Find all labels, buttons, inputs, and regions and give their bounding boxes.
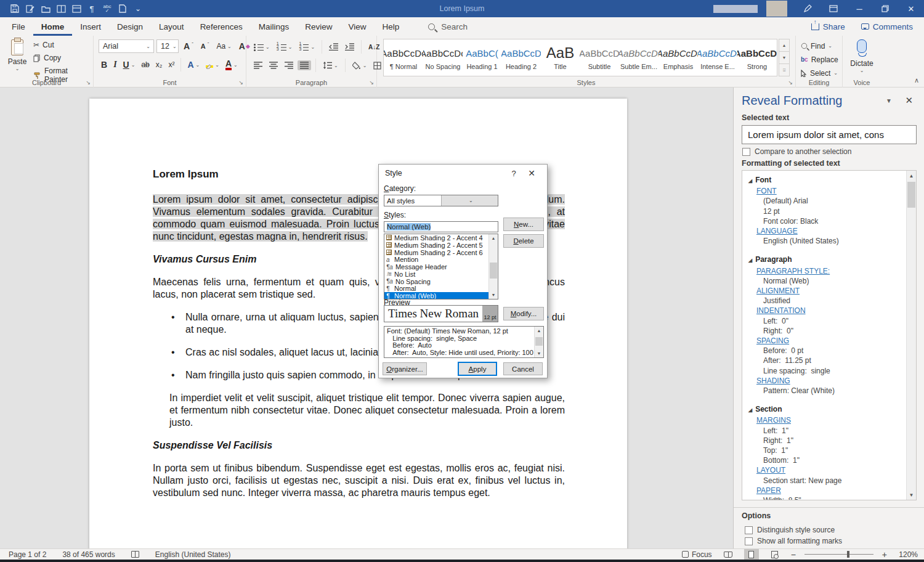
shrink-font-button[interactable]: Aˇ xyxy=(198,41,212,51)
tab-file[interactable]: File xyxy=(4,17,33,36)
style-strong[interactable]: AaBbCcDtStrong xyxy=(737,39,777,76)
avatar[interactable] xyxy=(766,1,787,17)
distinguish-style-source-checkbox[interactable]: Distinguish style source xyxy=(745,526,835,534)
tab-insert[interactable]: Insert xyxy=(72,17,109,36)
pilcrow-icon[interactable]: ¶ xyxy=(87,4,97,14)
layout-link[interactable]: LAYOUT xyxy=(747,465,904,475)
zoom-level[interactable]: 120% xyxy=(896,550,918,559)
style-list-item[interactable]: aMention xyxy=(384,256,488,263)
scroll-down-icon[interactable]: ▼ xyxy=(535,349,543,357)
doc-heading-suspendisse[interactable]: Suspendisse Vel Facilisis xyxy=(153,439,565,452)
ink-pen-icon[interactable] xyxy=(795,0,821,17)
formatting-scrollbar[interactable]: ▲ ▼ xyxy=(906,171,916,500)
focus-mode-button[interactable]: Focus xyxy=(682,550,712,559)
highlight-button[interactable]: ⌄ xyxy=(203,61,222,69)
style-list-item[interactable]: ¶Normal xyxy=(384,285,488,293)
proofing-status-icon[interactable] xyxy=(131,551,139,558)
new-document-icon[interactable] xyxy=(118,4,128,14)
word-count[interactable]: 38 of 465 words xyxy=(62,550,115,559)
close-button[interactable]: ✕ xyxy=(898,0,924,17)
indentation-link[interactable]: INDENTATION xyxy=(747,306,904,316)
paragraph-section-header[interactable]: ◢Paragraph xyxy=(747,255,904,266)
section-section-header[interactable]: ◢Section xyxy=(747,404,904,415)
comments-button[interactable]: Comments xyxy=(861,22,913,31)
dialog-help-icon[interactable]: ? xyxy=(505,169,522,178)
tab-layout[interactable]: Layout xyxy=(151,17,192,36)
open-folder-icon[interactable] xyxy=(41,4,51,14)
gallery-scroll-up-icon[interactable]: ▲ xyxy=(779,39,790,52)
description-scrollbar[interactable]: ▲ ▼ xyxy=(534,327,543,357)
paragraph-style-link[interactable]: PARAGRAPH STYLE: xyxy=(747,266,904,276)
line-spacing-button[interactable]: ⌄ xyxy=(320,60,341,70)
zoom-slider[interactable] xyxy=(804,554,873,555)
compare-selection-checkbox[interactable]: Compare to another selection xyxy=(742,147,851,156)
minimize-button[interactable]: ─ xyxy=(846,0,872,17)
style-list-item[interactable]: Medium Shading 2 - Accent 6 xyxy=(384,249,488,256)
modify-style-button[interactable]: Modify... xyxy=(503,307,544,320)
styles-dialog-launcher-icon[interactable]: ↘ xyxy=(788,79,793,86)
show-all-formatting-marks-checkbox[interactable]: Show all formatting marks xyxy=(745,537,842,545)
tab-references[interactable]: References xyxy=(192,17,251,36)
style-intense-emphasis[interactable]: AaBbCcDtIntense E... xyxy=(698,39,737,76)
scrollbar-thumb[interactable] xyxy=(535,337,543,346)
language-link[interactable]: LANGUAGE xyxy=(747,226,904,236)
style-list-item[interactable]: Medium Shading 2 - Accent 5 xyxy=(384,242,488,249)
increase-indent-button[interactable] xyxy=(342,42,357,52)
style-list-item[interactable]: ¶aNo Spacing xyxy=(384,278,488,285)
tab-design[interactable]: Design xyxy=(109,17,151,36)
style-list-item[interactable]: ⁝≡No List xyxy=(384,271,488,278)
pane-menu-arrow-icon[interactable]: ▼ xyxy=(886,97,892,104)
underline-button[interactable]: U⌄ xyxy=(121,59,138,71)
shading-button[interactable]: ⌄ xyxy=(350,60,370,71)
dialog-close-icon[interactable]: ✕ xyxy=(522,168,541,178)
font-link[interactable]: FONT xyxy=(747,186,904,196)
gallery-scroll-down-icon[interactable]: ▼ xyxy=(779,52,790,64)
style-subtle-emphasis[interactable]: AaBbCcDtSubtle Em... xyxy=(619,39,659,76)
cut-button[interactable]: ✂Cut xyxy=(33,41,54,49)
change-case-button[interactable]: Aa⌄ xyxy=(214,41,233,52)
numbering-button[interactable]: ⌄ xyxy=(274,42,295,52)
style-heading-1[interactable]: AaBbC(Heading 1 xyxy=(463,39,501,76)
subscript-button[interactable]: x₂ xyxy=(153,59,165,70)
doc-paragraph[interactable]: In imperdiet velit et velit suscipit, al… xyxy=(169,392,565,429)
replace-button[interactable]: bcReplace xyxy=(801,53,838,66)
dictate-button[interactable]: Dictate ⌄ xyxy=(843,39,881,73)
page-indicator[interactable]: Page 1 of 2 xyxy=(9,550,46,559)
two-page-view-icon[interactable] xyxy=(56,4,66,14)
select-button[interactable]: Select⌄ xyxy=(801,67,838,79)
grow-font-button[interactable]: Aˆ xyxy=(181,40,196,52)
justify-button[interactable] xyxy=(298,60,311,70)
decrease-indent-button[interactable] xyxy=(326,42,341,52)
bullets-button[interactable]: ⌄ xyxy=(251,42,272,52)
scrollbar-thumb[interactable] xyxy=(490,263,497,279)
tab-help[interactable]: Help xyxy=(375,17,408,36)
align-center-button[interactable] xyxy=(267,60,280,70)
print-layout-button[interactable] xyxy=(744,549,759,560)
margins-link[interactable]: MARGINS xyxy=(747,415,904,425)
alignment-link[interactable]: ALIGNMENT xyxy=(747,286,904,296)
share-button[interactable]: Share xyxy=(811,22,845,31)
text-effects-button[interactable]: A⌄ xyxy=(185,59,202,71)
apply-button[interactable]: Apply xyxy=(458,362,497,376)
spelling-check-icon[interactable]: abc✓ xyxy=(102,4,112,14)
ribbon-display-options-icon[interactable] xyxy=(821,0,846,17)
style-title[interactable]: AaBTitle xyxy=(541,39,580,76)
strikethrough-button[interactable]: ab xyxy=(139,59,152,70)
spacing-link[interactable]: SPACING xyxy=(747,336,904,346)
font-name-combo[interactable]: Arial⌄ xyxy=(99,39,154,53)
style-subtitle[interactable]: AaBbCcDSubtitle xyxy=(580,39,619,76)
style-list-item[interactable]: ¶aMessage Header xyxy=(384,263,488,271)
tab-review[interactable]: Review xyxy=(297,17,340,36)
style-emphasis[interactable]: AaBbCcDtEmphasis xyxy=(659,39,698,76)
delete-style-button[interactable]: Delete xyxy=(503,234,544,248)
tab-mailings[interactable]: Mailings xyxy=(251,17,298,36)
font-size-combo[interactable]: 12⌄ xyxy=(156,39,179,53)
doc-paragraph[interactable]: In porta sem ut finibus bibendum. Suspen… xyxy=(153,462,565,499)
multilevel-list-button[interactable]: ⌄ xyxy=(296,42,317,52)
scroll-up-icon[interactable]: ▲ xyxy=(907,171,916,181)
zoom-in-button[interactable]: + xyxy=(882,550,887,560)
web-layout-button[interactable] xyxy=(768,549,782,560)
copy-button[interactable]: Copy xyxy=(33,54,61,62)
zoom-out-button[interactable]: − xyxy=(791,550,796,560)
clipboard-dialog-launcher-icon[interactable]: ↘ xyxy=(86,79,91,86)
